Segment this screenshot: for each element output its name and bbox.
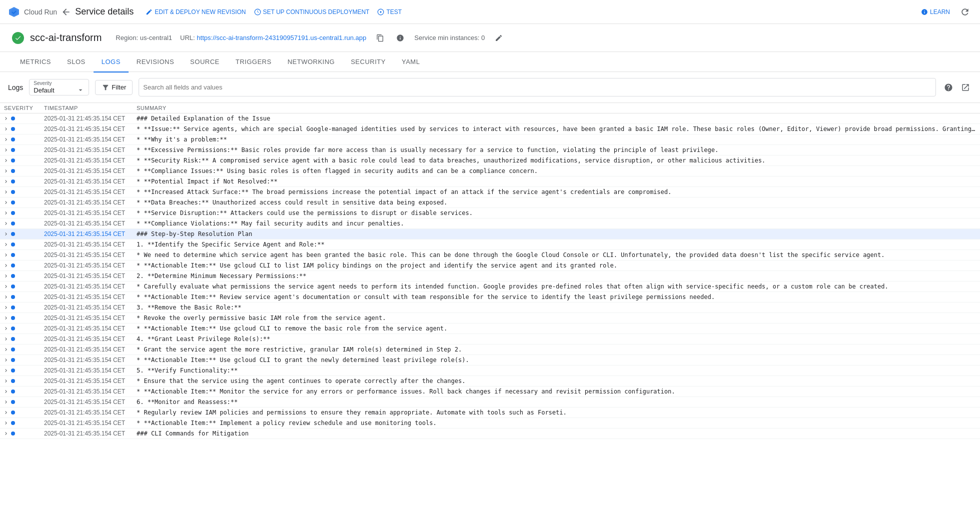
- learn-button[interactable]: LEARN: [921, 8, 950, 16]
- log-timestamp-cell: 2025-01-31 21:45:35.154 CET: [40, 229, 133, 240]
- logs-section-label: Logs: [8, 84, 23, 92]
- tab-triggers[interactable]: TRIGGERS: [228, 52, 280, 72]
- log-summary-cell: * **Service Disruption:** Attackers coul…: [133, 208, 980, 218]
- table-row: 2025-01-31 21:45:35.154 CET4. **Grant Le…: [0, 334, 980, 344]
- app-logo: Cloud Run: [8, 6, 57, 18]
- log-timestamp-cell: 2025-01-31 21:45:35.154 CET: [40, 418, 133, 428]
- log-timestamp-cell: 2025-01-31 21:45:35.154 CET: [40, 250, 133, 260]
- severity-dot: [11, 232, 15, 236]
- row-expand-button[interactable]: [2, 136, 10, 142]
- row-expand-button[interactable]: [2, 210, 10, 216]
- severity-dot: [11, 358, 15, 362]
- severity-dot: [11, 306, 15, 310]
- row-expand-button[interactable]: [2, 262, 10, 268]
- table-row: 2025-01-31 21:45:35.154 CET* **Service D…: [0, 208, 980, 218]
- col-header-timestamp: TIMESTAMP: [40, 103, 133, 114]
- row-expand-button[interactable]: [2, 357, 10, 363]
- log-summary-cell: 1. **Identify the Specific Service Agent…: [133, 240, 980, 250]
- row-expand-button[interactable]: [2, 420, 10, 426]
- external-link-button[interactable]: [959, 81, 972, 94]
- service-url-label: URL: https://scc-ai-transform-2431909571…: [180, 34, 366, 42]
- log-severity-cell: [0, 218, 40, 229]
- tab-logs[interactable]: LOGS: [94, 52, 129, 72]
- row-expand-button[interactable]: [2, 147, 10, 153]
- timestamp-link[interactable]: 2025-01-31 21:45:35.154 CET: [44, 230, 125, 238]
- table-row: 2025-01-31 21:45:35.154 CET* **Actionabl…: [0, 418, 980, 428]
- log-summary-cell: * **Compliance Issues:** Using basic rol…: [133, 166, 980, 176]
- row-expand-button[interactable]: [2, 126, 10, 132]
- row-expand-button[interactable]: [2, 273, 10, 279]
- row-expand-button[interactable]: [2, 116, 10, 122]
- log-timestamp-cell: 2025-01-31 21:45:35.154 CET: [40, 176, 133, 187]
- tab-metrics[interactable]: METRICS: [12, 52, 59, 72]
- service-header: scc-ai-transform Region: us-central1 URL…: [0, 24, 980, 52]
- tab-slos[interactable]: SLOS: [59, 52, 94, 72]
- row-expand-button[interactable]: [2, 304, 10, 310]
- log-timestamp-cell: 2025-01-31 21:45:35.154 CET: [40, 145, 133, 156]
- info-button[interactable]: [394, 32, 406, 44]
- log-summary-cell: * **Actionable Item:** Monitor the servi…: [133, 386, 980, 397]
- severity-dot: [11, 326, 15, 330]
- tab-source[interactable]: SOURCE: [182, 52, 228, 72]
- edit-min-instances-button[interactable]: [493, 32, 505, 44]
- row-expand-button[interactable]: [2, 242, 10, 248]
- nav-right: LEARN: [921, 5, 972, 19]
- severity-dot: [11, 190, 15, 194]
- refresh-button[interactable]: [958, 5, 972, 19]
- continuous-deploy-button[interactable]: SET UP CONTINUOUS DEPLOYMENT: [254, 8, 370, 16]
- table-row: 2025-01-31 21:45:35.154 CET2. **Determin…: [0, 271, 980, 282]
- log-timestamp-cell: 2025-01-31 21:45:35.154 CET: [40, 208, 133, 218]
- log-timestamp-cell: 2025-01-31 21:45:35.154 CET: [40, 376, 133, 386]
- row-expand-button[interactable]: [2, 178, 10, 184]
- learn-icon: [921, 8, 928, 16]
- copy-url-button[interactable]: [374, 32, 386, 44]
- back-button[interactable]: [61, 7, 71, 17]
- logs-table: SEVERITY TIMESTAMP SUMMARY 2025-01-31 21…: [0, 103, 980, 439]
- row-expand-button[interactable]: [2, 231, 10, 237]
- row-expand-button[interactable]: [2, 378, 10, 384]
- tab-revisions[interactable]: REVISIONS: [129, 52, 182, 72]
- tab-yaml[interactable]: YAML: [394, 52, 428, 72]
- tab-security[interactable]: SECURITY: [343, 52, 394, 72]
- table-row: 2025-01-31 21:45:35.154 CET* Carefully e…: [0, 282, 980, 292]
- row-expand-button[interactable]: [2, 336, 10, 342]
- log-timestamp-cell: 2025-01-31 21:45:35.154 CET: [40, 260, 133, 271]
- table-row: 2025-01-31 21:45:35.154 CET1. **Identify…: [0, 240, 980, 250]
- log-timestamp-cell: 2025-01-31 21:45:35.154 CET: [40, 302, 133, 313]
- edit-deploy-button[interactable]: EDIT & DEPLOY NEW REVISION: [146, 8, 246, 16]
- log-severity-cell: [0, 355, 40, 366]
- row-expand-button[interactable]: [2, 326, 10, 332]
- row-expand-button[interactable]: [2, 410, 10, 416]
- row-expand-button[interactable]: [2, 368, 10, 374]
- log-summary-cell: * **Potential Impact if Not Resolved:**: [133, 176, 980, 187]
- test-button[interactable]: TEST: [377, 8, 402, 16]
- row-expand-button[interactable]: [2, 430, 10, 436]
- row-expand-button[interactable]: [2, 168, 10, 174]
- log-summary-cell: * **Excessive Permissions:** Basic roles…: [133, 145, 980, 156]
- row-expand-button[interactable]: [2, 189, 10, 195]
- severity-dot: [11, 180, 15, 184]
- row-expand-button[interactable]: [2, 315, 10, 321]
- log-severity-cell: [0, 156, 40, 166]
- filter-icon: [102, 84, 110, 92]
- severity-dropdown[interactable]: Severity Default: [29, 79, 89, 96]
- row-expand-button[interactable]: [2, 284, 10, 290]
- search-input[interactable]: [143, 80, 931, 94]
- row-expand-button[interactable]: [2, 388, 10, 394]
- row-expand-button[interactable]: [2, 294, 10, 300]
- service-status-indicator: [12, 32, 24, 44]
- table-row: 2025-01-31 21:45:35.154 CET* Revoke the …: [0, 313, 980, 324]
- help-button[interactable]: [942, 81, 955, 94]
- service-url-link[interactable]: https://scc-ai-transform-243190957191.us…: [197, 34, 366, 42]
- row-expand-button[interactable]: [2, 200, 10, 206]
- row-expand-button[interactable]: [2, 220, 10, 226]
- severity-dot: [11, 316, 15, 320]
- row-expand-button[interactable]: [2, 346, 10, 352]
- row-expand-button[interactable]: [2, 252, 10, 258]
- filter-button[interactable]: Filter: [95, 80, 133, 95]
- log-severity-cell: [0, 229, 40, 240]
- log-severity-cell: [0, 313, 40, 324]
- row-expand-button[interactable]: [2, 158, 10, 164]
- row-expand-button[interactable]: [2, 399, 10, 405]
- tab-networking[interactable]: NETWORKING: [280, 52, 343, 72]
